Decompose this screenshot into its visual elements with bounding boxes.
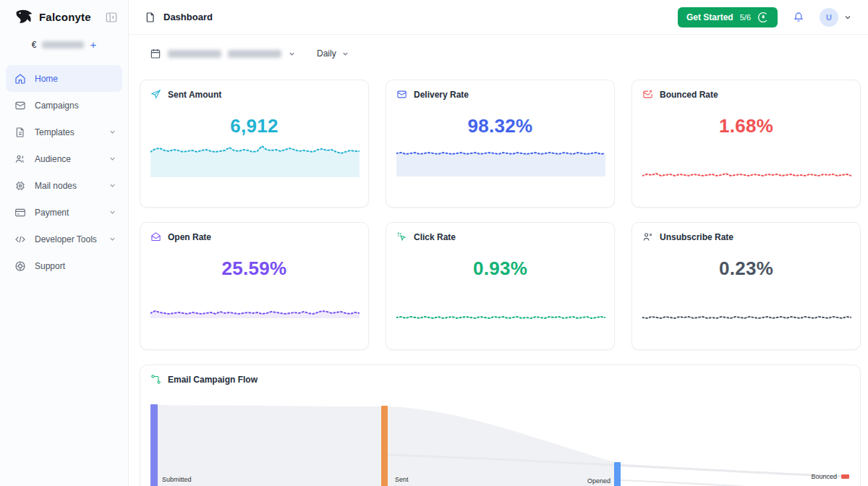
sidebar-item-label: Developer Tools [35,234,97,244]
sankey-node-submitted [150,404,158,486]
chevron-down-icon [843,13,852,22]
sankey-label-sent: Sent [395,476,409,483]
user-x-icon [642,231,653,242]
sidebar-item-support[interactable]: Support [0,252,128,279]
stat-value: 25.59% [140,257,368,280]
card-title: Email Campaign Flow [168,375,258,385]
stat-card-bounced-rate: Bounced Rate 1.68% [631,80,861,208]
sparkline-chart [150,286,359,331]
card-title: Click Rate [414,232,456,242]
chevron-down-icon [109,208,116,216]
sankey-label-submitted: Submitted [162,476,192,483]
envelope-icon [14,100,26,111]
sankey-label-bounced: Bounced [811,473,837,480]
document-icon [14,127,26,138]
chevron-down-icon [109,182,116,189]
header-actions: Get Started 5/6 U [678,7,852,27]
sidebar-collapse-icon[interactable] [105,11,118,24]
stat-value: 0.23% [632,257,860,280]
sidebar-item-label: Support [35,261,65,271]
period-value: Daily [317,48,336,59]
get-started-button[interactable]: Get Started 5/6 [678,7,778,27]
envelope-x-icon [642,89,653,100]
sankey-node-opened [614,462,621,486]
card-title: Bounced Rate [660,90,718,100]
sidebar-item-label: Payment [35,208,69,218]
sidebar-item-templates[interactable]: Templates [0,119,128,145]
balance-row: € + [0,39,128,50]
card-header: Email Campaign Flow [150,374,258,385]
sidebar-item-label: Templates [35,127,75,137]
date-end-redacted [228,50,281,58]
card-title: Sent Amount [168,90,221,100]
credit-card-icon [14,207,26,218]
sidebar-item-label: Campaigns [35,101,79,111]
top-header: Dashboard Get Started 5/6 U [129,0,868,35]
balance-currency: € [32,40,37,50]
sidebar-item-developer-tools[interactable]: Developer Tools [0,226,128,252]
card-title: Delivery Rate [414,90,469,100]
logo-row: Falconyte [0,0,128,25]
calendar-icon [150,48,161,59]
sankey-label-opened: Opened [587,477,610,485]
sparkline-chart [642,286,851,331]
page-icon [145,12,156,23]
sankey-link-opened-out [621,480,861,486]
code-icon [14,234,26,245]
envelope-icon [396,89,407,100]
user-menu[interactable]: U [820,8,852,27]
envelope-open-icon [150,231,161,242]
card-header: Open Rate [150,231,211,242]
chevron-down-icon [109,155,116,163]
sidebar-item-label: Mail nodes [35,181,77,191]
stat-value: 6,912 [140,115,368,137]
sidebar: Falconyte € + Home Campaigns [0,0,129,486]
sankey-node-bounced [841,474,849,479]
date-start-redacted [168,50,221,58]
card-header: Unsubscribe Rate [642,231,733,242]
falcon-logo-icon [14,9,33,25]
email-campaign-flow-card: Email Campaign Flow Submitted Sent Opene… [140,364,861,486]
sidebar-item-payment[interactable]: Payment [0,199,128,226]
sparkline-chart [396,286,605,331]
sidebar-item-mail-nodes[interactable]: Mail nodes [0,172,128,199]
stat-card-unsubscribe-rate: Unsubscribe Rate 0.23% [631,222,861,350]
period-select[interactable]: Daily [317,48,349,59]
stat-value: 0.93% [386,257,614,280]
page-title-row: Dashboard [145,12,213,23]
stat-card-open-rate: Open Rate 25.59% [140,222,369,350]
chevron-down-icon [341,50,349,58]
sparkline-chart [396,144,605,189]
app-name: Falconyte [39,11,105,23]
card-title: Unsubscribe Rate [660,232,733,242]
sidebar-item-campaigns[interactable]: Campaigns [0,92,128,119]
sankey-node-sent [381,406,388,486]
sparkline-chart [150,144,359,189]
get-started-label: Get Started [686,12,733,22]
card-header: Click Rate [396,231,456,242]
add-funds-button[interactable]: + [90,39,96,50]
chevron-down-icon [288,50,296,58]
chevron-down-icon [109,128,116,136]
notifications-bell-icon[interactable] [792,11,805,24]
sidebar-item-home[interactable]: Home [6,65,122,92]
cursor-click-icon [396,231,407,242]
chevron-down-icon [109,235,116,243]
card-header: Delivery Rate [396,89,469,100]
home-icon [14,73,26,85]
chip-icon [14,180,26,192]
card-title: Open Rate [168,232,211,242]
date-range-picker[interactable] [150,48,296,59]
sidebar-nav: Home Campaigns Templates Audience [0,65,128,279]
workflow-icon [150,374,161,385]
sparkline-chart [642,144,851,189]
users-icon [14,153,26,165]
filter-row: Daily [150,48,349,59]
sidebar-item-label: Audience [35,154,71,164]
sidebar-item-audience[interactable]: Audience [0,145,128,172]
progress-rocket-icon [757,12,769,23]
stat-card-sent-amount: Sent Amount 6,912 [140,80,369,208]
card-header: Sent Amount [150,89,221,100]
sankey-link-sent-opened [388,406,614,486]
sidebar-item-label: Home [35,74,58,84]
